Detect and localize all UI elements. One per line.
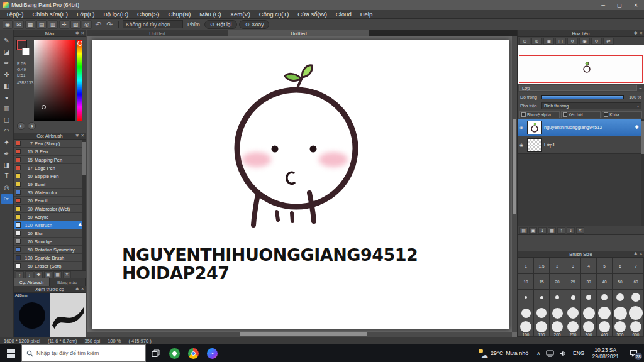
brush-size-preset[interactable] xyxy=(550,305,565,321)
brush-size-preset[interactable]: 100 xyxy=(518,321,533,336)
menu-item[interactable]: Lớp(L) xyxy=(72,11,99,18)
taskbar-app-messenger[interactable] xyxy=(203,344,221,362)
canvas-horizontal-scrollbar[interactable] xyxy=(87,332,512,337)
lasso-tool[interactable]: ◠ xyxy=(1,126,13,136)
dot-pen-tool[interactable]: ✏ xyxy=(1,58,13,69)
brush-size-preset[interactable] xyxy=(628,305,643,321)
close-icon[interactable]: ✕ xyxy=(81,287,84,292)
hand-tool[interactable]: ☞ xyxy=(1,194,13,204)
lock-chip[interactable]: Bảo vệ alpha xyxy=(519,111,560,118)
delete-brush-button[interactable]: ✕ xyxy=(63,272,71,278)
brush-size-preset[interactable]: 7 xyxy=(628,258,643,273)
redo-button[interactable]: ↷ xyxy=(105,20,114,29)
layers-scrollbar[interactable] xyxy=(641,119,644,226)
brush-size-preset[interactable]: 30 xyxy=(581,274,596,289)
gear-icon[interactable]: ✱ xyxy=(75,31,79,36)
actual-pixels-button[interactable]: ▢ xyxy=(555,38,566,45)
close-icon[interactable]: ✕ xyxy=(81,133,84,138)
brush-size-preset[interactable] xyxy=(518,305,533,321)
brush-item[interactable]: 15 Mapping Pen ✱ xyxy=(14,156,86,164)
ruler-parallel-icon[interactable]: ▥ xyxy=(48,20,58,29)
layer-settings-icon[interactable]: ✱ xyxy=(635,124,639,130)
brush-size-preset[interactable] xyxy=(581,305,596,321)
gear-icon[interactable]: ✱ xyxy=(634,251,637,256)
saturation-value-picker[interactable] xyxy=(34,40,75,121)
brush-tool[interactable]: ✎ xyxy=(1,35,13,46)
hue-cursor[interactable] xyxy=(77,41,82,46)
brush-size-preset[interactable]: 300 xyxy=(581,321,596,336)
opacity-slider[interactable] xyxy=(541,95,624,99)
canvas-vertical-scrollbar[interactable] xyxy=(512,36,517,332)
grid-view-icon[interactable]: ▤ xyxy=(36,20,47,29)
scrollbar-thumb[interactable] xyxy=(641,121,644,154)
network-icon[interactable] xyxy=(543,350,557,357)
menu-item[interactable]: Bộ lọc(R) xyxy=(99,11,133,18)
brush-size-preset[interactable]: 1.5 xyxy=(534,258,549,273)
move-brush-down-button[interactable]: ↓ xyxy=(25,272,33,278)
zoom-out-button[interactable]: ⊖ xyxy=(519,38,530,45)
brush-size-preset[interactable] xyxy=(613,290,628,305)
new-folder-button[interactable]: ▦ xyxy=(548,227,556,234)
brush-item[interactable]: 17 Edge Pen ✱ xyxy=(14,164,86,172)
zoom-in-button[interactable]: ⊕ xyxy=(531,38,542,45)
rotate-left-button[interactable]: ↺ xyxy=(567,38,578,45)
brush-size-preset[interactable] xyxy=(565,305,580,321)
duplicate-layer-button[interactable]: ▣ xyxy=(529,227,537,234)
menu-item[interactable]: Công cụ(T) xyxy=(255,11,294,18)
move-brush-up-button[interactable]: ↑ xyxy=(16,272,24,278)
add-brush-button[interactable]: ✚ xyxy=(35,272,43,278)
gear-icon[interactable]: ✱ xyxy=(75,287,79,292)
brush-item[interactable]: 20 Pencil ✱ xyxy=(14,197,86,205)
brush-size-preset[interactable]: 600 xyxy=(628,321,643,336)
brush-size-preset[interactable] xyxy=(628,290,643,305)
menu-item[interactable]: Chỉnh sửa(E) xyxy=(28,11,73,18)
close-icon[interactable]: ✕ xyxy=(640,251,643,256)
select-tool[interactable]: ▢ xyxy=(1,114,13,125)
brush-size-preset[interactable]: 4 xyxy=(581,258,596,273)
canvas[interactable]: NGUYENTHIHUONGGIANG94512 HOIDAP247 xyxy=(92,40,509,329)
blend-mode-dropdown[interactable]: Bình thường ▾ xyxy=(541,102,641,109)
brush-item[interactable]: 50 Rotation Symmetry ✱ xyxy=(14,246,86,254)
brush-item[interactable]: 50 Blur ✱ xyxy=(14,229,86,238)
reset-view-button[interactable]: ↺Đặt lại xyxy=(204,20,238,29)
merge-layer-button[interactable]: ⇓ xyxy=(567,227,575,234)
brush-size-preset[interactable]: 50 xyxy=(613,274,628,289)
rotate-view-button[interactable]: ↻Xoay xyxy=(239,20,269,29)
scrollbar-thumb[interactable] xyxy=(513,119,516,214)
brush-size-preset[interactable] xyxy=(534,305,549,321)
taskbar-search[interactable] xyxy=(21,344,146,362)
ruler-ellipse-icon[interactable]: ◎ xyxy=(82,20,92,29)
brush-size-preset[interactable]: 6 xyxy=(613,258,628,273)
comment-icon[interactable]: ✉ xyxy=(14,20,24,29)
lock-chip[interactable]: Xén bớt xyxy=(561,111,601,118)
brush-item[interactable]: 35 Watercolor ✱ xyxy=(14,189,86,197)
ruler-cross-icon[interactable]: ✛ xyxy=(59,20,69,29)
brush-size-preset[interactable] xyxy=(550,290,565,305)
lock-chip[interactable]: Khóa xyxy=(602,111,642,118)
background-color-swatch[interactable] xyxy=(22,48,30,55)
brush-size-preset[interactable] xyxy=(581,290,596,305)
protect-alpha-checkbox[interactable] xyxy=(521,112,526,117)
gear-icon[interactable]: ✱ xyxy=(634,31,637,36)
layers-panel-title[interactable]: Lớp xyxy=(519,85,637,91)
brush-item[interactable]: 90 Watercolor (Wet) ✱ xyxy=(14,205,86,213)
close-button[interactable]: ✕ xyxy=(628,0,644,10)
brush-item[interactable]: 50 Acrylic ✱ xyxy=(14,213,86,221)
brush-size-preset[interactable]: 2 xyxy=(550,258,565,273)
brush-item[interactable]: 100 Sparkle Brush ✱ xyxy=(14,254,86,262)
layer-item-active[interactable]: ◉ nguyenthihuonggiang94512 ✱ xyxy=(518,119,644,136)
new-layer-button[interactable]: ▤ xyxy=(519,227,528,234)
tool-options-dropdown[interactable]: Không có tùy chọn xyxy=(123,20,183,28)
brush-size-preset[interactable]: 250 xyxy=(565,321,580,336)
minimize-button[interactable]: ─ xyxy=(595,0,611,10)
menu-item[interactable]: Cửa sổ(W) xyxy=(293,11,331,18)
brush-size-preset[interactable]: 400 xyxy=(597,321,612,336)
menu-item[interactable]: Xem(V) xyxy=(226,11,255,18)
menu-item[interactable]: Help xyxy=(356,11,377,18)
start-button[interactable] xyxy=(0,344,21,362)
brush-size-preset[interactable] xyxy=(597,290,612,305)
document-tab[interactable]: Untitled xyxy=(87,30,228,36)
menu-item[interactable]: Chụp(N) xyxy=(164,11,195,18)
scrollbar-thumb[interactable] xyxy=(240,332,367,336)
taskbar-weather[interactable]: ☁ 29°C Mưa nhỏ xyxy=(473,349,533,358)
